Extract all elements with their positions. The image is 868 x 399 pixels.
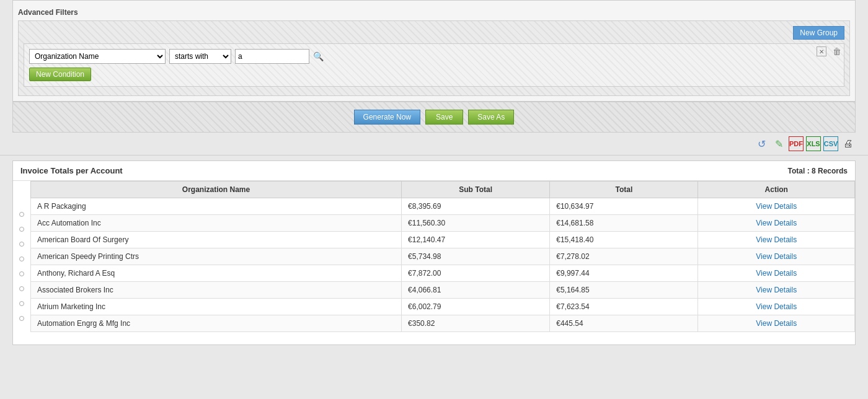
save-as-button[interactable]: Save As <box>468 110 514 125</box>
view-details-link[interactable]: View Details <box>756 252 797 261</box>
cell-org: Anthony, Richard A Esq <box>31 265 402 282</box>
cell-org: Associated Brokers Inc <box>31 282 402 299</box>
col-header-subtotal: Sub Total <box>402 182 550 198</box>
row-dot <box>19 256 24 261</box>
view-details-link[interactable]: View Details <box>756 286 797 294</box>
table-spacer <box>13 332 855 344</box>
row-dot <box>19 212 24 217</box>
cell-total: €5,164.85 <box>550 282 698 299</box>
pdf-icon[interactable]: PDF <box>789 136 804 151</box>
refresh-icon[interactable]: ↺ <box>754 136 769 151</box>
cell-org: Acc Automation Inc <box>31 215 402 232</box>
advanced-filters-container: Advanced Filters New Group ✕ 🗑 Organizat… <box>12 0 856 102</box>
table-row: American Speedy Printing Ctrs€5,734.98€7… <box>31 248 855 265</box>
view-details-link[interactable]: View Details <box>756 269 797 278</box>
filter-search-icon[interactable]: 🔍 <box>313 51 324 61</box>
cell-action: View Details <box>698 215 855 232</box>
col-header-action: Action <box>698 182 855 198</box>
cell-total: €7,278.02 <box>550 248 698 265</box>
csv-icon[interactable]: CSV <box>823 136 838 151</box>
table-wrapper: Organization Name Sub Total Total Action… <box>13 181 855 332</box>
col-header-total: Total <box>550 182 698 198</box>
filter-field-select[interactable]: Organization Name Account Type City Coun… <box>29 49 166 64</box>
cell-total: €10,634.97 <box>550 198 698 215</box>
edit-icon[interactable]: ✎ <box>771 136 786 151</box>
table-row: American Board Of Surgery€12,140.47€15,4… <box>31 232 855 248</box>
new-group-button[interactable]: New Group <box>793 26 844 40</box>
filters-inner: New Group ✕ 🗑 Organization Name Account … <box>18 20 850 96</box>
xls-icon[interactable]: XLS <box>806 136 821 151</box>
cell-total: €14,681.58 <box>550 215 698 232</box>
cell-org: A R Packaging <box>31 198 402 215</box>
cell-total: €7,623.54 <box>550 299 698 315</box>
filter-group-box: ✕ 🗑 Organization Name Account Type City … <box>24 43 844 87</box>
results-table: Organization Name Sub Total Total Action… <box>30 181 855 332</box>
filter-value-input[interactable] <box>235 49 309 64</box>
table-row: Acc Automation Inc€11,560.30€14,681.58Vi… <box>31 215 855 232</box>
table-row: Automation Engrg & Mfg Inc€350.82€445.54… <box>31 315 855 332</box>
table-row: A R Packaging€8,395.69€10,634.97View Det… <box>31 198 855 215</box>
generate-now-button[interactable]: Generate Now <box>354 110 420 125</box>
results-title: Invoice Totals per Account <box>20 166 123 175</box>
view-details-link[interactable]: View Details <box>756 319 797 328</box>
cell-org: American Speedy Printing Ctrs <box>31 248 402 265</box>
cell-subtotal: €350.82 <box>402 315 550 332</box>
cell-subtotal: €7,872.00 <box>402 265 550 282</box>
table-row: Atrium Marketing Inc€6,002.79€7,623.54Vi… <box>31 299 855 315</box>
filter-delete-button[interactable]: 🗑 <box>833 46 841 56</box>
results-header: Invoice Totals per Account Total : 8 Rec… <box>13 161 855 181</box>
print-icon[interactable]: 🖨 <box>841 136 856 151</box>
cell-action: View Details <box>698 232 855 248</box>
cell-action: View Details <box>698 315 855 332</box>
col-header-org: Organization Name <box>31 182 402 198</box>
cell-action: View Details <box>698 299 855 315</box>
table-row: Associated Brokers Inc€4,066.81€5,164.85… <box>31 282 855 299</box>
cell-total: €15,418.40 <box>550 232 698 248</box>
cell-total: €9,997.44 <box>550 265 698 282</box>
cell-action: View Details <box>698 248 855 265</box>
view-details-link[interactable]: View Details <box>756 302 797 311</box>
view-details-link[interactable]: View Details <box>756 202 797 211</box>
generate-row: Generate Now Save Save As <box>12 102 856 133</box>
results-total: Total : 8 Records <box>788 167 848 175</box>
view-details-link[interactable]: View Details <box>756 235 797 244</box>
row-dot <box>19 316 24 321</box>
filter-close-button[interactable]: ✕ <box>817 46 826 56</box>
cell-action: View Details <box>698 282 855 299</box>
row-dot <box>19 227 24 232</box>
cell-subtotal: €5,734.98 <box>402 248 550 265</box>
page-wrapper: Advanced Filters New Group ✕ 🗑 Organizat… <box>0 0 868 399</box>
advanced-filters-title: Advanced Filters <box>18 6 850 20</box>
dots-column <box>13 181 30 332</box>
cell-org: Automation Engrg & Mfg Inc <box>31 315 402 332</box>
cell-subtotal: €12,140.47 <box>402 232 550 248</box>
row-dot <box>19 286 24 291</box>
cell-subtotal: €6,002.79 <box>402 299 550 315</box>
save-button[interactable]: Save <box>425 110 463 125</box>
results-section: Invoice Totals per Account Total : 8 Rec… <box>12 160 856 345</box>
toolbar-row: ↺ ✎ PDF XLS CSV 🖨 <box>0 133 868 156</box>
new-group-row: New Group <box>24 26 844 40</box>
filter-condition-row: Organization Name Account Type City Coun… <box>29 49 839 64</box>
cell-subtotal: €11,560.30 <box>402 215 550 232</box>
row-dot <box>19 271 24 276</box>
cell-action: View Details <box>698 265 855 282</box>
view-details-link[interactable]: View Details <box>756 219 797 227</box>
cell-org: Atrium Marketing Inc <box>31 299 402 315</box>
filter-operator-select[interactable]: starts with equals contains ends with <box>169 49 231 64</box>
row-dot <box>19 301 24 306</box>
cell-action: View Details <box>698 198 855 215</box>
cell-subtotal: €4,066.81 <box>402 282 550 299</box>
cell-org: American Board Of Surgery <box>31 232 402 248</box>
table-row: Anthony, Richard A Esq€7,872.00€9,997.44… <box>31 265 855 282</box>
new-condition-button[interactable]: New Condition <box>29 68 91 81</box>
row-dot <box>19 242 24 247</box>
cell-subtotal: €8,395.69 <box>402 198 550 215</box>
cell-total: €445.54 <box>550 315 698 332</box>
